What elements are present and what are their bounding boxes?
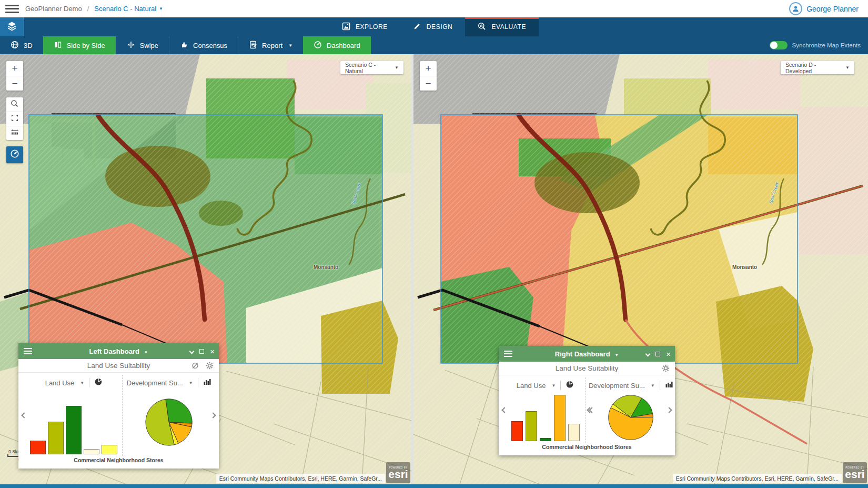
- maximize-icon[interactable]: [655, 352, 660, 356]
- maximize-icon[interactable]: [199, 349, 204, 354]
- swipe-button[interactable]: Swipe: [116, 36, 169, 54]
- breadcrumb-app-name: GeoPlanner Demo: [25, 5, 82, 13]
- caret-down-icon: ▼: [614, 353, 619, 357]
- gauge-icon: [10, 149, 19, 161]
- sync-toggle-label: Synchronize Map Extents: [792, 42, 861, 48]
- development-suitability-pie-chart[interactable]: [607, 393, 655, 444]
- tab-evaluate[interactable]: EVALUATE: [465, 17, 539, 36]
- bottom-edge-bar: [0, 484, 868, 488]
- breadcrumb-separator: /: [87, 5, 89, 13]
- expand-icon: [11, 114, 19, 124]
- chart-prev-button[interactable]: [499, 377, 510, 443]
- zoom-out-button[interactable]: −: [420, 76, 437, 91]
- dashboard-header[interactable]: Right Dashboard ▼ ×: [499, 346, 675, 362]
- chart1-type-select[interactable]: Land Use▼: [45, 379, 85, 387]
- caret-down-icon: ▼: [395, 65, 399, 70]
- measure-button[interactable]: [6, 126, 23, 140]
- pie-chart-icon[interactable]: [94, 377, 103, 388]
- bar-chart-section: Land Use▼: [510, 377, 580, 443]
- land-use-bar-chart[interactable]: [30, 391, 117, 456]
- caret-down-icon: ▼: [288, 43, 292, 48]
- collapse-icon[interactable]: [646, 352, 650, 356]
- chart-caption: Commercial Neighborhood Stores: [499, 444, 675, 455]
- left-scenario-select[interactable]: Scenario C - Natural ▼: [340, 61, 403, 74]
- right-scenario-value: Scenario D - Developed: [785, 62, 841, 74]
- report-label: Report: [262, 42, 282, 49]
- side-by-side-button[interactable]: Side by Side: [43, 36, 116, 54]
- zoom-controls: + −: [6, 61, 23, 91]
- chart-next-button[interactable]: [208, 375, 219, 456]
- user-menu[interactable]: George Planner: [789, 0, 859, 17]
- swipe-label: Swipe: [140, 42, 158, 49]
- dashboard-header[interactable]: Left Dashboard ▼ ×: [18, 343, 219, 359]
- consensus-button[interactable]: Consensus: [169, 36, 238, 54]
- zoom-in-button[interactable]: +: [6, 61, 23, 76]
- left-map-panel: Monsanto Seal Creek + − Scenario C - Nat…: [0, 54, 411, 484]
- search-button[interactable]: [6, 97, 23, 112]
- main-nav: EXPLORE DESIGN EVALUATE: [0, 17, 868, 36]
- chart2-type-select[interactable]: Development Su...▼: [127, 379, 193, 387]
- dashboard-map-button[interactable]: [6, 146, 23, 163]
- bar-chart-section: Land Use▼: [29, 375, 118, 456]
- pencil-icon: [413, 22, 421, 32]
- widget-titlebar: Land Use Suitability: [18, 359, 219, 373]
- full-extent-button[interactable]: [6, 112, 23, 126]
- pie-chart-icon[interactable]: [566, 380, 574, 391]
- geoplanner-app: GeoPlanner Demo / Scenario C - Natural▼ …: [0, 0, 868, 488]
- close-icon[interactable]: ×: [666, 350, 671, 358]
- gear-icon[interactable]: [662, 364, 670, 372]
- close-icon[interactable]: ×: [210, 347, 215, 355]
- dashboard-label: Dashboard: [327, 42, 360, 49]
- report-button[interactable]: Report ▼: [238, 36, 303, 54]
- right-scenario-select[interactable]: Scenario D - Developed ▼: [781, 61, 854, 74]
- sync-extents-control: Synchronize Map Extents: [770, 36, 861, 54]
- measure-icon: [11, 128, 19, 138]
- globe-icon: [11, 41, 19, 51]
- evaluate-chart-magnifier-icon: [478, 22, 486, 32]
- breadcrumb: GeoPlanner Demo / Scenario C - Natural▼: [25, 5, 163, 13]
- map-comparison-area: Monsanto Seal Creek + − Scenario C - Nat…: [0, 54, 868, 484]
- collapse-icon[interactable]: [190, 350, 194, 353]
- chart1-type-select[interactable]: Land Use▼: [517, 382, 556, 390]
- zoom-out-button[interactable]: −: [6, 76, 23, 91]
- zoom-in-button[interactable]: +: [420, 61, 437, 76]
- search-icon: [11, 99, 19, 110]
- avatar-icon: [789, 2, 802, 15]
- widget-title: Land Use Suitability: [87, 362, 150, 370]
- 3d-button[interactable]: 3D: [0, 36, 43, 54]
- right-dashboard-window: Right Dashboard ▼ × Land Use Suitability: [499, 346, 675, 455]
- tab-evaluate-label: EVALUATE: [491, 23, 526, 31]
- sync-toggle[interactable]: [770, 41, 788, 49]
- tab-design[interactable]: DESIGN: [400, 17, 466, 36]
- place-label: Monsanto: [314, 264, 338, 270]
- gauge-icon: [314, 41, 322, 51]
- collapse-charts-button[interactable]: [590, 408, 594, 412]
- evaluate-toolbar: 3D Side by Side Swipe Consensus Report ▼…: [0, 36, 868, 54]
- menu-icon[interactable]: [5, 5, 19, 13]
- swipe-icon: [127, 41, 135, 51]
- tab-explore-label: EXPLORE: [356, 23, 388, 31]
- topbar: GeoPlanner Demo / Scenario C - Natural▼ …: [0, 0, 868, 17]
- visibility-off-icon[interactable]: [191, 362, 199, 370]
- chart-next-button[interactable]: [664, 377, 675, 443]
- chart-caption: Commercial Neighborhood Stores: [18, 457, 219, 469]
- map-attribution: Esri Community Maps Contributors, Esri, …: [216, 474, 385, 483]
- map-attribution: Esri Community Maps Contributors, Esri, …: [673, 474, 842, 483]
- widget-titlebar: Land Use Suitability: [499, 362, 675, 375]
- breadcrumb-scenario-link[interactable]: Scenario C - Natural▼: [94, 5, 163, 13]
- nav-tabs: EXPLORE DESIGN EVALUATE: [0, 17, 868, 36]
- pie-chart-section: Development Su...▼: [130, 375, 207, 456]
- zoom-controls: + −: [420, 61, 437, 91]
- consensus-label: Consensus: [193, 42, 227, 49]
- 3d-label: 3D: [24, 42, 33, 49]
- report-document-icon: [249, 41, 257, 51]
- gear-icon[interactable]: [206, 362, 214, 370]
- chart-prev-button[interactable]: [18, 375, 29, 456]
- land-use-bar-chart[interactable]: [511, 393, 580, 443]
- widget-title: Land Use Suitability: [556, 364, 618, 372]
- tab-explore[interactable]: EXPLORE: [329, 17, 400, 36]
- chart2-type-select[interactable]: Development Su...▼: [589, 382, 655, 390]
- development-suitability-pie-chart[interactable]: [144, 397, 194, 450]
- explore-icon: [342, 22, 350, 32]
- dashboard-toolbar-button[interactable]: Dashboard: [303, 36, 371, 54]
